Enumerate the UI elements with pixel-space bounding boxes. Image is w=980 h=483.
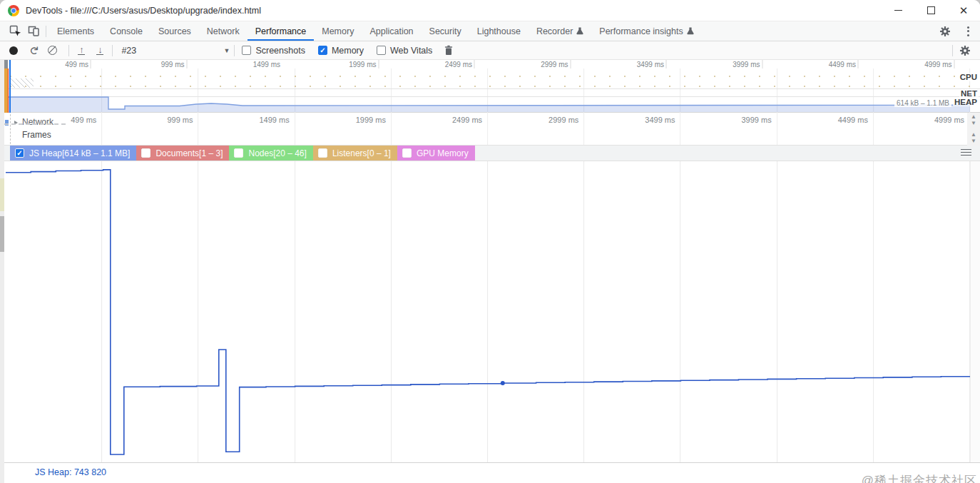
minimize-button[interactable] <box>882 0 914 21</box>
legend-menu-icon[interactable] <box>961 149 971 156</box>
status-bar: JS Heap: 743 820 @稀土掘金技术社区 <box>0 462 980 483</box>
trash-icon <box>444 45 454 56</box>
unchecked-checkbox-icon[interactable] <box>234 148 243 158</box>
chrome-logo-icon <box>8 5 19 16</box>
overview-left-handle[interactable] <box>4 60 8 68</box>
checkbox-label: Screenshots <box>255 46 305 56</box>
tab-label: Application <box>369 26 413 36</box>
legend-chip-gpu-memory[interactable]: GPU Memory <box>397 146 475 161</box>
tab-label: Performance insights <box>599 26 683 36</box>
more-options-button[interactable] <box>961 25 974 38</box>
maximize-icon <box>927 6 935 14</box>
unchecked-checkbox-icon[interactable] <box>402 148 412 158</box>
upload-arrow-icon: ↑ <box>79 46 84 54</box>
checkbox-label: Web Vitals <box>390 46 432 56</box>
scroll-up-icon[interactable]: ▲ <box>971 132 976 138</box>
checked-checkbox-icon[interactable]: ✓ <box>318 46 327 55</box>
tab-network[interactable]: Network <box>199 21 247 41</box>
legend-chip-listeners[interactable]: Listeners[0 – 1] <box>313 146 397 161</box>
tab-performance-insights[interactable]: Performance insights <box>591 21 701 41</box>
delete-recording-button[interactable] <box>444 45 454 56</box>
inspect-cursor-icon <box>9 25 21 37</box>
vertical-scrollbar[interactable] <box>970 161 980 462</box>
tab-label: Sources <box>158 26 191 36</box>
js-heap-line <box>0 161 980 462</box>
recording-history-select[interactable]: #23 ▼ <box>121 46 230 56</box>
legend-chip-documents[interactable]: Documents[1 – 3] <box>136 146 229 161</box>
ruler-tick-label: 4999 ms <box>924 61 951 68</box>
devtools-tab-bar: ElementsConsoleSourcesNetworkPerformance… <box>0 21 980 41</box>
capture-settings-button[interactable] <box>956 42 974 59</box>
devtools-window: DevTools - file:///C:/Users/asus/Desktop… <box>0 0 980 483</box>
checked-checkbox-icon[interactable]: ✓ <box>15 148 24 158</box>
unchecked-checkbox-icon[interactable] <box>318 148 327 158</box>
left-scrollbar[interactable] <box>0 60 4 483</box>
recording-history-value: #23 <box>121 46 136 56</box>
tab-recorder[interactable]: Recorder <box>529 21 591 41</box>
checkbox-memory[interactable]: ✓Memory <box>318 46 364 56</box>
scroll-up-icon[interactable]: ▲ <box>971 114 976 120</box>
chevron-down-icon: ▼ <box>223 47 230 54</box>
tab-performance[interactable]: Performance <box>247 21 315 41</box>
ruler-tick-label: 2499 ms <box>452 116 482 124</box>
hovered-data-point <box>501 381 505 385</box>
tab-label: Recorder <box>536 26 573 36</box>
heap-range-label: 614 kB – 1.1 MB <box>894 99 951 107</box>
reload-and-record-button[interactable]: ↻ <box>28 46 39 55</box>
tab-lighthouse[interactable]: Lighthouse <box>469 21 529 41</box>
performance-toolbar: ↻ ↑ ↓ #23 ▼ Screenshots✓MemoryWeb Vitals <box>0 41 980 60</box>
tab-sources[interactable]: Sources <box>150 21 199 41</box>
ruler-tick-label: 999 ms <box>161 61 185 68</box>
ruler-tick-label: 2999 ms <box>548 116 578 124</box>
js-heap-chart[interactable] <box>0 161 980 462</box>
save-profile-button[interactable]: ↓ <box>96 46 103 55</box>
tab-console[interactable]: Console <box>102 21 150 41</box>
unchecked-checkbox-icon[interactable] <box>141 148 150 158</box>
record-button[interactable] <box>9 46 18 55</box>
scroll-down-icon[interactable]: ▼ <box>971 121 976 126</box>
tab-label: Performance <box>255 26 307 36</box>
checkbox-screenshots[interactable]: Screenshots <box>242 46 305 56</box>
divider <box>112 45 113 56</box>
tab-label: Console <box>110 26 143 36</box>
checkbox-web-vitals[interactable]: Web Vitals <box>377 46 432 56</box>
clear-button[interactable] <box>48 46 57 55</box>
tab-security[interactable]: Security <box>422 21 469 41</box>
tab-application[interactable]: Application <box>362 21 421 41</box>
tab-label: Memory <box>322 26 354 36</box>
divider <box>234 45 235 56</box>
tab-memory[interactable]: Memory <box>314 21 362 41</box>
ruler-tick-label: 3499 ms <box>637 61 664 68</box>
experiment-flask-icon <box>576 27 583 35</box>
capture-options: Screenshots✓MemoryWeb Vitals <box>242 46 445 56</box>
network-track-label: Network <box>22 117 53 127</box>
maximize-button[interactable] <box>914 0 947 21</box>
close-button[interactable]: ✕ <box>947 0 980 21</box>
ruler-tick-label: 3499 ms <box>645 116 675 124</box>
heap-strip-label: HEAP <box>953 98 979 106</box>
load-profile-button[interactable]: ↑ <box>78 46 85 55</box>
scrollbar-thumb[interactable] <box>0 216 4 252</box>
legend-chip-label: Documents[1 – 3] <box>155 148 223 158</box>
settings-button[interactable] <box>936 23 954 40</box>
gear-icon <box>939 26 951 37</box>
unchecked-checkbox-icon[interactable] <box>377 46 386 55</box>
unchecked-checkbox-icon[interactable] <box>242 46 251 55</box>
legend-chip-nodes[interactable]: Nodes[20 – 46] <box>229 146 312 161</box>
tab-elements[interactable]: Elements <box>49 21 102 41</box>
scroll-down-icon[interactable]: ▼ <box>971 138 976 144</box>
window-title: DevTools - file:///C:/Users/asus/Desktop… <box>26 6 261 16</box>
ruler-tick-label: 3999 ms <box>733 61 760 68</box>
ruler-tick-label: 2499 ms <box>445 61 472 68</box>
device-toolbar-button[interactable] <box>24 23 43 40</box>
tab-label: Lighthouse <box>477 26 521 36</box>
frames-track-label: Frames <box>22 130 51 140</box>
divider <box>46 26 46 37</box>
ruler-tick-label: 2999 ms <box>541 61 568 68</box>
legend-chip-js-heap[interactable]: ✓JS Heap[614 kB – 1.1 MB] <box>10 146 136 161</box>
divider <box>952 45 953 56</box>
timeline-overview[interactable]: 499 ms999 ms1499 ms1999 ms2499 ms2999 ms… <box>0 60 980 113</box>
inspect-element-button[interactable] <box>6 23 24 40</box>
minimize-icon <box>894 10 902 11</box>
tab-label: Security <box>429 26 461 36</box>
